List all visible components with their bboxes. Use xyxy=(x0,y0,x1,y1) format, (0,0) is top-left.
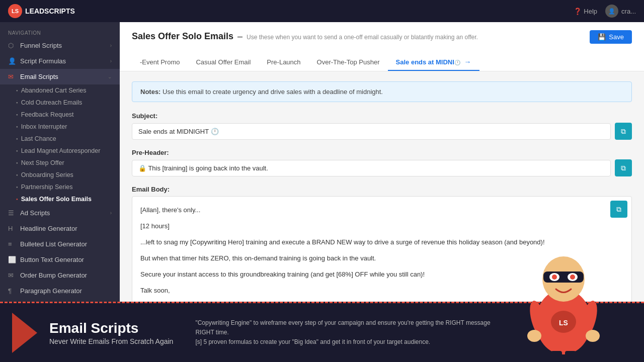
sidebar-sub-label: Lead Magnet Autoresponder xyxy=(21,147,101,154)
sidebar-sub-item-lead-magnet[interactable]: ● Lead Magnet Autoresponder xyxy=(16,145,120,157)
sidebar-sub-item-feedback-request[interactable]: ● Feedback Request xyxy=(16,109,120,121)
page-subtitle: Use these when you want to send a one-of… xyxy=(247,34,478,41)
topbar: LS LEADSCRIPTS ❓ Help 👤 cra... xyxy=(0,0,644,22)
tab-sale-ends[interactable]: Sale ends at MIDNI🕛 → xyxy=(388,54,479,71)
dot-icon: ● xyxy=(16,113,18,116)
svg-point-7 xyxy=(552,275,557,280)
sidebar-sub-item-last-chance[interactable]: ● Last Chance xyxy=(16,133,120,145)
email-icon: ✉ xyxy=(8,73,16,80)
pre-header-input[interactable] xyxy=(132,160,611,176)
sidebar-sub-label: Onboarding Series xyxy=(21,171,73,178)
sidebar-item-ad-scripts[interactable]: ☰ Ad Scripts › xyxy=(0,205,120,221)
sidebar-item-bulleted-list[interactable]: ≡ Bulleted List Generator xyxy=(0,236,120,252)
email-para-1: [Allan], there's only... xyxy=(140,205,623,216)
page-title-row: Sales Offer Solo Emails – Use these when… xyxy=(132,30,632,48)
sidebar-item-script-formulas[interactable]: 👤 Script Formulas › xyxy=(0,53,120,69)
email-body-copy-button[interactable]: ⧉ xyxy=(610,201,627,218)
svg-point-8 xyxy=(570,275,575,280)
dot-icon: ● xyxy=(16,125,18,128)
logo-icon: LS xyxy=(8,4,22,18)
notes-label: Notes: xyxy=(140,88,160,96)
sidebar-section-label: Navigation xyxy=(0,26,120,38)
svg-point-11 xyxy=(527,330,541,342)
tabs-row: -Event Promo Casual Offer Email Pre-Laun… xyxy=(132,54,632,71)
tab-casual-offer[interactable]: Casual Offer Email xyxy=(188,54,259,71)
sidebar-item-headline-gen[interactable]: H Headline Generator xyxy=(0,221,120,236)
save-icon: 💾 xyxy=(598,33,606,41)
sidebar-item-button-text[interactable]: ⬜ Button Text Generator xyxy=(0,252,120,267)
subject-input[interactable] xyxy=(132,123,611,140)
promo-subtitle: Never Write Emails From Scratch Again xyxy=(49,337,173,345)
save-label: Save xyxy=(609,33,624,41)
tab-arrow-icon: → xyxy=(464,58,471,66)
sidebar-sub-label: Feedback Request xyxy=(21,111,74,118)
script-icon: 👤 xyxy=(8,57,16,65)
subject-copy-button[interactable]: ⧉ xyxy=(615,123,632,140)
sidebar-item-label: Button Text Generator xyxy=(20,256,84,263)
tab-label: Pre-Launch xyxy=(267,58,300,66)
sidebar-sub-item-inbox-interrupter[interactable]: ● Inbox Interrupter xyxy=(16,121,120,133)
pre-header-copy-button[interactable]: ⧉ xyxy=(615,159,632,176)
copy-icon: ⧉ xyxy=(621,127,626,136)
copy-icon: ⧉ xyxy=(616,205,621,214)
sidebar-item-label: Email Scripts xyxy=(20,73,58,80)
save-button[interactable]: 💾 Save xyxy=(590,30,632,44)
notes-text: Use this email to create urgency and dri… xyxy=(163,88,383,96)
sidebar-sub-item-abandoned-cart[interactable]: ● Abandoned Cart Series xyxy=(16,84,120,97)
sidebar-item-order-bump[interactable]: ✉ Order Bump Generator xyxy=(0,267,120,283)
avatar: 👤 xyxy=(605,5,618,18)
main-header: Sales Offer Solo Emails – Use these when… xyxy=(120,22,644,71)
help-label: Help xyxy=(584,8,597,15)
tab-over-the-top[interactable]: Over-The-Top Pusher xyxy=(309,54,388,71)
sidebar-sub-label: Abandoned Cart Series xyxy=(21,87,87,94)
svg-text:LS: LS xyxy=(559,319,568,327)
ad-icon: ☰ xyxy=(8,209,16,217)
copy-icon: ⧉ xyxy=(621,164,626,172)
logo-text: LEADSCRIPTS xyxy=(25,7,75,15)
chevron-icon: › xyxy=(110,210,112,216)
sidebar-sub-item-partnership[interactable]: ● Partnership Series xyxy=(16,181,120,193)
user-menu[interactable]: 👤 cra... xyxy=(605,5,636,18)
tab-label: Sale ends at MIDNI🕛 xyxy=(396,58,460,66)
dot-icon: ● xyxy=(16,149,18,152)
dot-icon: ● xyxy=(16,186,18,189)
sidebar-sub-label: Last Chance xyxy=(21,135,56,142)
dot-icon: ● xyxy=(16,161,18,164)
email-body-label: Email Body: xyxy=(132,186,632,193)
dot-icon: ● xyxy=(16,89,18,92)
sidebar-item-funnel-scripts[interactable]: ⬡ Funnel Scripts › xyxy=(0,38,120,53)
sidebar-sub-item-onboarding[interactable]: ● Onboarding Series xyxy=(16,169,120,181)
sidebar-item-label: Order Bump Generator xyxy=(20,272,87,279)
promo-arrow xyxy=(12,313,37,353)
logo: LS LEADSCRIPTS xyxy=(8,4,75,18)
chevron-icon: › xyxy=(110,43,112,48)
sidebar-sub-item-cold-outreach[interactable]: ● Cold Outreach Emails xyxy=(16,97,120,109)
headline-icon: H xyxy=(8,225,16,232)
paragraph-icon: ¶ xyxy=(8,287,16,295)
page-title: Sales Offer Solo Emails xyxy=(132,31,233,42)
chevron-icon: › xyxy=(110,58,112,64)
subject-label: Subject: xyxy=(132,112,632,120)
dot-icon: ● xyxy=(16,101,18,104)
email-scripts-submenu: ● Abandoned Cart Series ● Cold Outreach … xyxy=(0,84,120,205)
user-label: cra... xyxy=(621,8,636,15)
pre-header-group: Pre-Header: ⧉ xyxy=(132,149,632,176)
funnel-icon: ⬡ xyxy=(8,42,16,49)
svg-rect-13 xyxy=(551,351,562,362)
sidebar-sub-item-sales-offer[interactable]: ● Sales Offer Solo Emails xyxy=(16,193,120,205)
sidebar-item-label: Ad Scripts xyxy=(20,209,50,217)
dot-icon: ● xyxy=(16,198,18,201)
tab-event-promo[interactable]: -Event Promo xyxy=(132,54,188,71)
sidebar-item-email-scripts[interactable]: ✉ Email Scripts ⌄ xyxy=(0,69,120,84)
sidebar-sub-item-next-step[interactable]: ● Next Step Offer xyxy=(16,157,120,169)
sidebar-item-label: Funnel Scripts xyxy=(20,42,62,49)
sidebar-item-paragraph-gen[interactable]: ¶ Paragraph Generator xyxy=(0,283,120,299)
pre-header-label: Pre-Header: xyxy=(132,149,632,156)
tab-label: -Event Promo xyxy=(140,58,180,66)
help-button[interactable]: ❓ Help xyxy=(574,8,597,15)
tab-pre-launch[interactable]: Pre-Launch xyxy=(259,54,308,71)
svg-point-12 xyxy=(586,330,600,342)
dot-icon: ● xyxy=(16,137,18,140)
tab-label: Over-The-Top Pusher xyxy=(317,58,380,66)
sidebar-sub-label: Inbox Interrupter xyxy=(21,123,67,130)
